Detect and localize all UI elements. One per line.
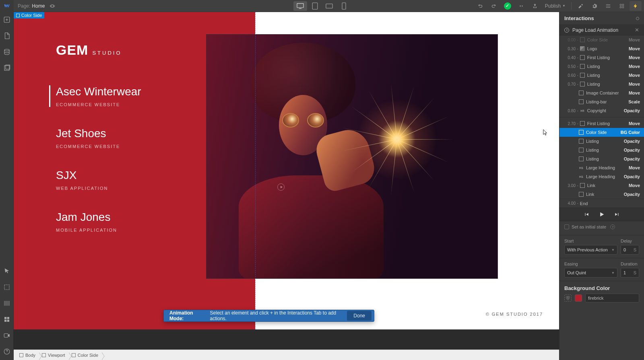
selection-tag[interactable]: Color Side xyxy=(14,12,44,19)
easing-select[interactable]: Out Quint▼ xyxy=(564,268,617,278)
timeline-row[interactable]: ListingOpacity xyxy=(559,146,644,154)
svg-rect-11 xyxy=(7,317,9,319)
tab-interactions[interactable] xyxy=(630,1,642,11)
listing-title: SJX xyxy=(56,169,141,182)
play-icon[interactable] xyxy=(277,183,285,191)
assets-button[interactable] xyxy=(2,64,11,72)
div-icon xyxy=(579,148,584,152)
skip-start-icon[interactable] xyxy=(584,212,589,217)
tab-navigator[interactable] xyxy=(602,1,614,11)
timeline-row[interactable]: 0.70•ListingMove xyxy=(559,80,644,88)
share-button[interactable] xyxy=(529,1,541,11)
listing-item[interactable]: Asec WinterwearECOMMERCE WEBSITE xyxy=(49,85,141,107)
tab-settings[interactable] xyxy=(588,1,601,11)
listing-subtitle: WEB APPLICATION xyxy=(56,186,141,191)
redo-button[interactable] xyxy=(488,1,500,11)
skip-end-icon[interactable] xyxy=(614,212,620,217)
webflow-logo[interactable] xyxy=(0,0,14,12)
timeline-row[interactable]: 0.60•ListingMove xyxy=(559,71,644,80)
status-ok[interactable] xyxy=(502,1,514,11)
div-icon xyxy=(579,91,584,95)
timeline-row[interactable]: Listing-barScale xyxy=(559,97,644,106)
delay-input[interactable]: 0S xyxy=(621,245,639,255)
clock-icon xyxy=(564,28,569,33)
play-icon[interactable] xyxy=(598,211,605,218)
code-button[interactable] xyxy=(515,1,527,11)
tool-select[interactable] xyxy=(2,283,11,292)
device-tablet[interactable] xyxy=(308,1,322,11)
panel-indicator-icon xyxy=(636,17,639,20)
div-icon xyxy=(580,37,585,42)
undo-button[interactable] xyxy=(474,1,486,11)
device-tablet-landscape[interactable] xyxy=(322,1,336,11)
listing-subtitle: MOBILE APPLICATION xyxy=(56,228,141,232)
tab-style[interactable] xyxy=(575,1,587,11)
animation-mode-notice: Animation Mode: Select an element and cl… xyxy=(163,310,374,322)
canvas[interactable]: Color Side GEMSTUDIO Asec WinterwearECOM… xyxy=(14,12,559,329)
trigger-row[interactable]: Page Load Animation ✕ xyxy=(559,25,644,35)
breadcrumb-item[interactable]: Color Side xyxy=(69,353,102,358)
breadcrumb-item[interactable]: Viewport xyxy=(39,353,69,358)
listing-item[interactable]: SJXWEB APPLICATION xyxy=(56,169,141,191)
h1-icon: H1 xyxy=(579,174,584,179)
div-icon xyxy=(580,82,585,86)
help-button[interactable] xyxy=(2,347,11,356)
color-swatch[interactable] xyxy=(575,294,582,302)
svg-rect-13 xyxy=(7,320,9,322)
site-logo[interactable]: GEMSTUDIO xyxy=(56,42,122,58)
timeline-row[interactable]: Color SideBG Color xyxy=(559,128,644,137)
breadcrumb-item[interactable]: Body xyxy=(17,353,39,358)
preview-icon[interactable] xyxy=(50,3,55,9)
listing-title: Jam Jones xyxy=(56,211,141,224)
bgcolor-heading: Background Color xyxy=(559,281,644,294)
left-toolbar xyxy=(0,12,14,360)
tool-grid[interactable] xyxy=(2,315,11,324)
timeline-row[interactable]: LinkOpacity xyxy=(559,190,644,199)
add-element-button[interactable] xyxy=(2,15,11,24)
tool-cursor[interactable] xyxy=(2,267,11,276)
timeline-row[interactable]: H1Large HeadingMove xyxy=(559,163,644,172)
timeline-row[interactable]: 3.00•LinkMove xyxy=(559,181,644,190)
close-icon[interactable]: ✕ xyxy=(635,27,639,33)
done-button[interactable]: Done xyxy=(347,311,372,321)
timeline-row[interactable]: 0.80•H5CopyrightOpacity xyxy=(559,106,644,115)
timeline-row[interactable]: Image ContainerMove xyxy=(559,88,644,97)
publish-button[interactable]: Publish▼ xyxy=(543,3,568,9)
timeline-row[interactable]: ListingOpacity xyxy=(559,154,644,163)
duration-input[interactable]: 1S xyxy=(621,268,639,278)
div-icon xyxy=(579,99,584,104)
page-name[interactable]: Home xyxy=(32,3,45,9)
device-desktop[interactable] xyxy=(293,1,307,11)
top-bar: Page: Home Publish▼ xyxy=(0,0,644,12)
listing-item[interactable]: Jam JonesMOBILE APPLICATION xyxy=(56,211,141,232)
device-switcher xyxy=(293,1,351,11)
svg-rect-10 xyxy=(4,317,6,319)
timeline-row[interactable]: 0.40•First ListingMove xyxy=(559,53,644,62)
timeline: 0.00•Color SideMove0.30•LogoMove0.40•Fir… xyxy=(559,35,644,199)
timeline-row[interactable]: ListingOpacity xyxy=(559,137,644,146)
h5-icon: H5 xyxy=(580,108,585,113)
pages-button[interactable] xyxy=(2,31,11,40)
add-swatch-button[interactable] xyxy=(564,294,572,302)
timeline-row[interactable]: 0.00•Color SideMove xyxy=(559,35,644,44)
timeline-row[interactable]: H1Large HeadingOpacity xyxy=(559,172,644,181)
timeline-row[interactable]: 0.50•ListingMove xyxy=(559,62,644,71)
initial-state-toggle[interactable]: Set as initial state ? xyxy=(564,224,639,229)
listings: Asec WinterwearECOMMERCE WEBSITEJet Shoe… xyxy=(56,85,141,253)
div-icon xyxy=(580,55,585,60)
tool-video[interactable] xyxy=(2,331,11,340)
color-name-input[interactable]: firebrick xyxy=(585,294,639,302)
hero-image[interactable] xyxy=(206,34,498,279)
listing-item[interactable]: Jet ShoesECOMMERCE WEBSITE xyxy=(56,127,141,149)
start-select[interactable]: With Previous Action▼ xyxy=(564,245,617,255)
help-icon[interactable]: ? xyxy=(610,224,615,229)
timeline-row[interactable]: 0.30•LogoMove xyxy=(559,44,644,53)
tab-style-manager[interactable] xyxy=(616,1,628,11)
timeline-row[interactable]: 2.70•First ListingMove xyxy=(559,119,644,128)
svg-rect-3 xyxy=(326,4,332,8)
div-icon xyxy=(579,130,584,135)
div-icon xyxy=(580,73,585,78)
device-mobile[interactable] xyxy=(337,1,351,11)
cms-button[interactable] xyxy=(2,47,11,56)
tool-spacing[interactable] xyxy=(2,299,11,308)
